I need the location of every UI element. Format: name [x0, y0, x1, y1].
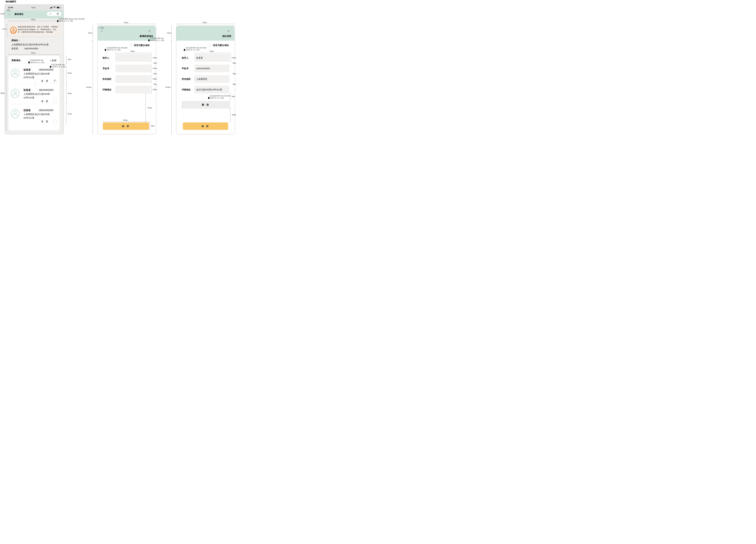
font-note-31pt-cmyk: CMYK (0, 0, 0, 100) [50, 66, 66, 68]
dim-92px: 92px [68, 59, 71, 60]
measure-177px [6, 24, 7, 37]
dim-36px: 36px [153, 83, 157, 85]
dim-96px: 96px [151, 125, 155, 127]
field-label-detail: 详细地址 [103, 88, 112, 91]
font-note-22pt-cmyk: CMYK (0, 0, 0, 100) [57, 20, 73, 22]
dim-177px: 177px [2, 28, 7, 30]
measure-191px-phone3 [171, 26, 172, 41]
original-address-label: 原地址： [11, 39, 20, 42]
field-label-receiver: 收件人 [103, 57, 109, 59]
wifi-icon [53, 7, 56, 8]
field-input-phone[interactable] [115, 65, 151, 72]
change-action-button[interactable]: 变 更 [41, 120, 49, 123]
measure-962px [5, 56, 6, 131]
measure-453px-phone2 [115, 53, 151, 54]
default-address-label: 设定为默认地址 [213, 44, 229, 47]
measure-100px [151, 54, 152, 62]
phone3-header-title: 地址变更 [212, 35, 231, 38]
item-name: 张某某 [23, 89, 31, 92]
font-note-22pt: 汉仪细中圆简 Regular 22pt 行距:36pt [58, 18, 85, 20]
cmyk-swatch [57, 20, 58, 22]
close-icon[interactable]: × [148, 29, 151, 33]
dim-100px: 100px [153, 57, 157, 59]
field-label-region: 所在地区 [103, 78, 112, 81]
default-address-radio[interactable] [209, 44, 212, 47]
change-address-title: 更换地址: [11, 59, 21, 62]
field-value-receiver: 张某某 [196, 57, 203, 59]
avatar-icon [11, 89, 20, 98]
menu-dots-icon[interactable]: ••• [47, 13, 54, 15]
cmyk-swatch [148, 39, 150, 41]
field-label-phone: 手机号 [182, 67, 189, 70]
phone3-header [176, 26, 235, 41]
field-value-region: 上海普陀区 [196, 78, 207, 81]
font-note-31pt-lh: 汉仪正圆 65简 31pt 行距:36pt [186, 47, 206, 49]
dim-650px-warning: 650px [31, 19, 36, 20]
item-name: 张某某 [23, 109, 31, 112]
cmyk-swatch [28, 62, 30, 63]
measure-650px-warning [9, 21, 60, 22]
measure-261px [66, 63, 67, 84]
miniprogram-capsule[interactable]: ••• [47, 12, 61, 16]
dim-1203px-phone2: 1203px [86, 86, 91, 88]
measure-750px-phone2 [98, 24, 156, 25]
field-value-phone: 18618342655 [196, 67, 210, 70]
dim-100px: 100px [153, 67, 157, 69]
field-input-detail[interactable] [115, 86, 151, 93]
status-time: 12:00 [8, 6, 13, 9]
cmyk-swatch [105, 49, 106, 51]
save-button[interactable]: 保 存 [103, 123, 149, 130]
back-icon[interactable]: ‹ [101, 28, 103, 33]
measure-92px [66, 56, 67, 63]
measure-453px-phone3 [194, 53, 230, 54]
signal-icon [50, 7, 52, 8]
default-address-radio[interactable] [130, 44, 133, 47]
save-button[interactable]: 保 存 [183, 123, 228, 130]
dim-1203px-phone3: 1203px [165, 86, 171, 88]
add-address-button[interactable]: + 新增 [50, 59, 56, 62]
phone2-header-title: 新增收货地址 [129, 35, 153, 38]
dim-453px-phone2: 453px [130, 50, 135, 52]
measure-100px [151, 75, 152, 83]
item-addr2: 43号101室 [23, 96, 34, 99]
item-checkbox[interactable] [53, 120, 57, 123]
original-phone: 18618342655 [24, 47, 38, 50]
measure-261px [66, 83, 67, 104]
delete-button[interactable]: 删 除 [181, 101, 230, 109]
warning-text: 修改后会影响物流失效、送货上门等服务，只能原价修改且付款后只能修改一次。若因商品… [18, 26, 59, 34]
dim-100px: 100px [232, 57, 236, 59]
back-icon[interactable]: ‹ [8, 12, 10, 16]
measure-650px-card [9, 54, 60, 55]
page-title: 地址编辑页 [6, 0, 16, 3]
measure-191px-phone2 [92, 26, 93, 41]
close-target-icon[interactable] [57, 13, 59, 15]
dim-261px: 261px [67, 93, 72, 94]
item-phone: 18618342655 [39, 89, 54, 92]
item-checkbox[interactable] [53, 100, 57, 103]
field-input-region[interactable] [115, 75, 151, 83]
dim-36px: 36px [153, 62, 157, 64]
default-address-label: 设定为默认地址 [134, 44, 150, 47]
font-note-31pt: 汉仪正圆 65简 31pt [51, 64, 65, 66]
measure-104px [3, 11, 4, 19]
item-phone: 18618342655 [39, 69, 54, 71]
font-note-41pt-cmyk: CMYK (0, 0, 0, 100) [28, 62, 44, 63]
field-input-receiver[interactable] [115, 54, 151, 62]
dim-750px-phone1: 750px [31, 7, 36, 8]
change-action-button[interactable]: 变 更 [41, 80, 49, 83]
measure-180px [230, 109, 231, 123]
field-value-detail: 金沙江路250弄43号101室 [196, 88, 222, 91]
warning-icon [10, 27, 17, 34]
item-phone: 18618342655 [39, 109, 54, 112]
capsule-target[interactable] [54, 13, 62, 15]
close-icon[interactable]: × [227, 29, 230, 33]
dim-583px: 583px [123, 119, 128, 121]
measure-261px [66, 104, 67, 124]
font-note-31pt-lh-cmyk: CMYK (0, 0, 0, 100) [208, 97, 224, 99]
item-checkbox[interactable]: ✓ [53, 79, 57, 83]
font-note-31pt-cmyk: CMYK (0, 0, 0, 100) [148, 39, 164, 41]
field-label-region: 所在地区 [182, 78, 191, 81]
change-action-button[interactable]: 变 更 [41, 100, 49, 103]
dim-650px-card: 650px [31, 52, 36, 54]
original-name: 张某某 [11, 47, 18, 50]
